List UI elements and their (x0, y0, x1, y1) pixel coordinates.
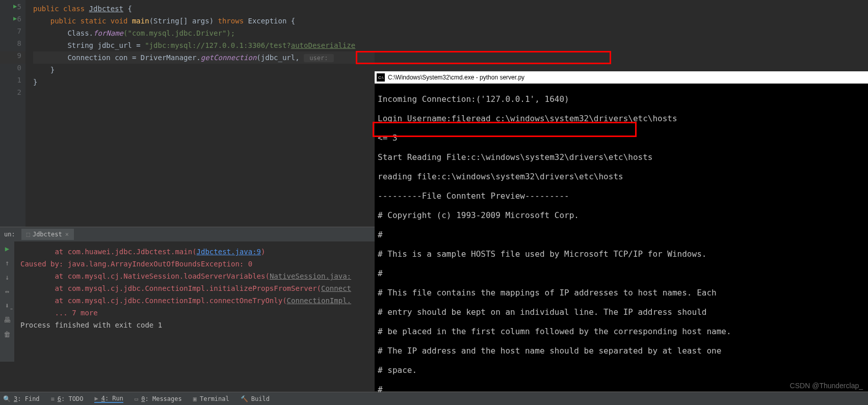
gutter: ▶5 ▶6 7 8 9 0 1 2 (0, 0, 25, 227)
cmd-icon: C:\ (377, 73, 385, 82)
terminal-icon: ▣ (193, 395, 197, 402)
run-panel: un: ⬚Jdbctest× ▶ ↑ ↓ ⇔ ⬇̱ 🖶 🗑 at com.hua… (0, 227, 375, 362)
down-icon[interactable]: ↓ (5, 273, 9, 281)
code-editor[interactable]: ▶5 ▶6 7 8 9 0 1 2 public class Jdbctest … (0, 0, 375, 227)
run-tab[interactable]: ⬚Jdbctest× (21, 229, 74, 240)
close-icon[interactable]: × (65, 231, 69, 238)
run-label: un: (4, 231, 15, 238)
code-area[interactable]: public class Jdbctest { public static vo… (25, 0, 375, 227)
line-11: 1 (0, 76, 25, 88)
run-console[interactable]: at com.huawei.jdbc.Jdbctest.main(Jdbctes… (14, 241, 375, 362)
line-9: 9 (0, 51, 25, 64)
line-6: ▶6 (0, 15, 25, 27)
line-12: 2 (0, 88, 25, 100)
run-tab-bottom[interactable]: ▶4: Run (94, 395, 123, 403)
cmd-window[interactable]: C:\ C:\Windows\System32\cmd.exe - python… (375, 71, 868, 391)
cmd-titlebar[interactable]: C:\ C:\Windows\System32\cmd.exe - python… (375, 71, 868, 84)
line-10: 0 (0, 64, 25, 76)
line-5: ▶5 (0, 3, 25, 15)
line-7: 7 (0, 27, 25, 39)
message-icon: ▭ (135, 395, 138, 402)
trash-icon[interactable]: 🗑 (4, 330, 11, 338)
find-tab[interactable]: 🔍3: Find (3, 395, 40, 402)
rerun-icon[interactable]: ▶ (5, 245, 9, 253)
cmd-console[interactable]: Incoming Connection:('127.0.0.1', 1640) … (375, 84, 868, 405)
run-gutter-icon[interactable]: ▶ (13, 3, 17, 10)
play-icon: ▶ (94, 395, 98, 402)
code-editor-right[interactable]: =true&queryInterceptors=com.mysql.cj.jdb… (375, 0, 868, 71)
messages-tab[interactable]: ▭0: Messages (135, 395, 182, 402)
cmd-title: C:\Windows\System32\cmd.exe - python ser… (388, 74, 524, 81)
up-icon[interactable]: ↑ (5, 259, 9, 267)
hammer-icon: 🔨 (241, 395, 248, 402)
run-gutter-icon[interactable]: ▶ (13, 15, 17, 22)
build-tab[interactable]: 🔨Build (241, 395, 270, 402)
run-toolbar: ▶ ↑ ↓ ⇔ ⬇̱ 🖶 🗑 (0, 241, 14, 362)
list-icon: ≡ (51, 395, 55, 402)
terminal-tab[interactable]: ▣Terminal (193, 395, 229, 402)
run-header: un: ⬚Jdbctest× (0, 227, 375, 241)
print-icon[interactable]: 🖶 (4, 316, 11, 324)
wrap-icon[interactable]: ⇔ (5, 287, 9, 295)
search-icon: 🔍 (3, 395, 11, 402)
export-icon[interactable]: ⬇̱ (5, 302, 9, 310)
todo-tab[interactable]: ≡6: TODO (51, 395, 84, 402)
line-8: 8 (0, 39, 25, 51)
watermark: CSDN @Thunderclap_ (790, 382, 863, 390)
